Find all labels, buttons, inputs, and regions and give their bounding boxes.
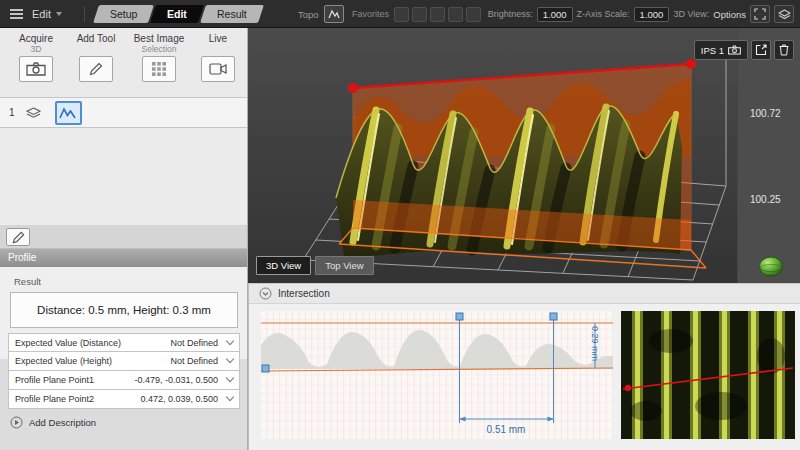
tab-result[interactable]: Result [200,5,264,23]
edit-menu-label: Edit [32,8,51,20]
layers-icon [778,9,791,20]
param-row-plane-point2[interactable]: Profile Plane Point2 0.472, 0.039, 0.500 [8,390,240,409]
best-image-sublabel: Selection [128,44,190,54]
3d-view-label: 3D View: [673,9,709,19]
measurement-handle[interactable] [262,365,269,372]
circle-play-icon [10,416,23,429]
capture-toolbar: IPS 1 [694,40,794,60]
parameter-table: Expected Value (Distance) Not Defined Ex… [8,333,240,409]
tool-list-area [0,128,247,225]
live-group: Live [194,28,242,82]
favorites-group: Favorites [352,5,481,23]
edit-tool-row [0,225,247,249]
acquire-3d-label: Acquire [8,33,64,44]
ips-capture-button[interactable]: IPS 1 [694,40,748,60]
measurement-handle[interactable] [550,313,557,320]
expand-icon [754,8,766,20]
3d-view-button[interactable]: 3D View [256,256,311,275]
left-panel: Acquire 3D Add Tool Best Image Selection… [0,28,248,450]
edit-tool-button[interactable] [6,228,30,246]
param-row-expected-height[interactable]: Expected Value (Height) Not Defined [8,352,240,371]
favorite-slot[interactable] [430,7,445,22]
height-measurement-label: 0.29 mm [590,326,600,361]
live-button[interactable] [201,56,235,82]
chevron-down-icon [226,355,234,363]
measurement-handle[interactable] [456,313,463,320]
favorite-slot[interactable] [412,7,427,22]
hamburger-menu-icon[interactable] [10,9,23,21]
caret-down-icon [56,12,62,16]
result-label: Result [14,276,41,287]
grid-icon [152,62,166,76]
acquire-3d-sublabel: 3D [8,44,64,54]
favorite-slot[interactable] [394,7,409,22]
z-axis-scale-label: Z-Axis Scale: [577,9,630,19]
acquire-3d-button[interactable] [19,56,53,82]
view-mode-buttons: 3D View Top View [256,256,374,275]
z-scale-strip: 100.72 100.25 [737,28,800,283]
chevron-down-icon [226,374,234,382]
delete-button[interactable] [774,40,794,60]
view-layers-button[interactable] [774,5,794,23]
profile-line-endpoint[interactable] [686,59,696,69]
tool-thumbnail-row: 1 [0,98,247,128]
z-scale-label-bottom: 100.25 [750,194,781,205]
acquire-3d-group: Acquire 3D [8,28,64,82]
width-measurement-label: 0.51 mm [487,424,526,435]
pencil-icon [12,231,25,244]
trash-icon [779,44,789,56]
acquisition-toolbar: Acquire 3D Add Tool Best Image Selection… [0,28,247,98]
separator [84,6,85,22]
thumbnail-index: 1 [9,107,15,118]
z-axis-scale-value[interactable]: 1.000 [634,7,670,22]
add-tool-label: Add Tool [68,33,124,44]
intersection-header: Intersection [249,284,800,304]
favorite-slot[interactable] [448,7,463,22]
intersection-panel: Intersection 0.51 mm [248,283,800,450]
workflow-tabs: Setup Edit Result [96,5,263,23]
param-row-expected-distance[interactable]: Expected Value (Distance) Not Defined [8,333,240,352]
3d-view-options-button[interactable]: Options [713,9,746,20]
export-icon [755,44,767,56]
tab-edit[interactable]: Edit [151,5,205,23]
top-menu-bar: Edit Setup Edit Result Topo Favorites Br… [0,0,800,28]
collapse-circle-icon[interactable] [259,287,272,300]
tab-setup[interactable]: Setup [93,5,154,23]
pencil-icon [89,62,103,76]
chevron-down-icon [226,393,234,401]
top-view-button[interactable]: Top View [315,256,373,275]
profile-tool-icon [59,106,77,119]
z-scale-label-top: 100.72 [750,108,781,119]
brightness-label: Brightness: [488,9,533,19]
measurement-result: Distance: 0.5 mm, Height: 0.3 mm [10,292,238,328]
param-row-plane-point1[interactable]: Profile Plane Point1 -0.479, -0.031, 0.5… [8,371,240,390]
brightness-value[interactable]: 1.000 [537,7,573,22]
best-image-group: Best Image Selection [128,28,190,82]
best-image-button[interactable] [142,56,176,82]
orientation-orb[interactable] [758,256,784,278]
intersection-header-label: Intersection [278,288,330,299]
selected-profile-tool-thumbnail[interactable] [55,101,82,125]
camera-icon [26,62,46,76]
intersection-profile-graph[interactable]: 0.51 mm 0.29 mm [261,311,613,439]
topo-waveform-icon [328,9,340,19]
fullscreen-button[interactable] [750,5,770,23]
topo-mode-button[interactable] [324,5,344,23]
edit-menu-button[interactable]: Edit [32,0,62,28]
layers-icon [26,107,41,119]
add-description-button[interactable]: Add Description [10,416,96,429]
graph-grid [261,311,613,439]
favorite-slot[interactable] [466,7,481,22]
3d-viewport: 100.72 100.25 IPS 1 3D View Top View [248,28,800,283]
live-label: Live [194,33,242,44]
chevron-down-icon [226,336,234,344]
export-button[interactable] [751,40,771,60]
profile-line-endpoint[interactable] [348,83,358,93]
intensity-image-thumbnail[interactable] [621,311,795,439]
add-tool-group: Add Tool [68,28,124,82]
3d-scene[interactable] [248,28,737,283]
camera-icon [728,45,741,55]
add-tool-button[interactable] [79,56,113,82]
view-controls: Brightness: 1.000 Z-Axis Scale: 1.000 3D… [488,5,794,23]
best-image-label: Best Image [128,33,190,44]
